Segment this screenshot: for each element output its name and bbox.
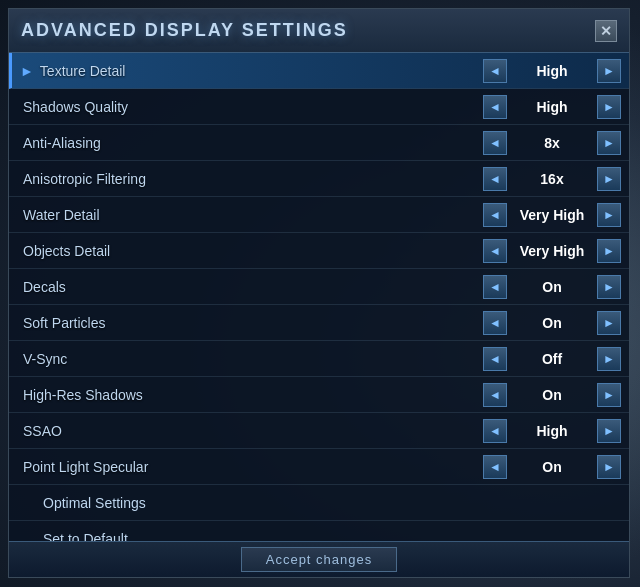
- accept-button[interactable]: Accept changes: [241, 547, 398, 572]
- setting-row[interactable]: V-Sync◄Off►: [9, 341, 629, 377]
- nav-right-button[interactable]: ►: [597, 167, 621, 191]
- title-bar: ADVANCED DISPLAY SETTINGS ✕: [9, 9, 629, 53]
- nav-left-button[interactable]: ◄: [483, 167, 507, 191]
- nav-right-button[interactable]: ►: [597, 455, 621, 479]
- setting-name: Point Light Specular: [23, 459, 483, 475]
- nav-left-button[interactable]: ◄: [483, 347, 507, 371]
- nav-right-button[interactable]: ►: [597, 59, 621, 83]
- nav-right-button[interactable]: ►: [597, 239, 621, 263]
- setting-name: Anti-Aliasing: [23, 135, 483, 151]
- setting-value: Very High: [507, 243, 597, 259]
- settings-panel: ADVANCED DISPLAY SETTINGS ✕ ►Texture Det…: [8, 8, 630, 578]
- setting-value: Off: [507, 351, 597, 367]
- setting-row[interactable]: Anisotropic Filtering◄16x►: [9, 161, 629, 197]
- setting-name: Objects Detail: [23, 243, 483, 259]
- close-button[interactable]: ✕: [595, 20, 617, 42]
- setting-value: On: [507, 315, 597, 331]
- setting-row[interactable]: Soft Particles◄On►: [9, 305, 629, 341]
- simple-option-name: Optimal Settings: [43, 495, 146, 511]
- setting-value: 16x: [507, 171, 597, 187]
- setting-value: On: [507, 387, 597, 403]
- nav-right-button[interactable]: ►: [597, 383, 621, 407]
- setting-value: High: [507, 63, 597, 79]
- nav-left-button[interactable]: ◄: [483, 383, 507, 407]
- setting-name: Water Detail: [23, 207, 483, 223]
- nav-left-button[interactable]: ◄: [483, 455, 507, 479]
- setting-value: High: [507, 99, 597, 115]
- setting-name: Texture Detail: [40, 63, 483, 79]
- nav-left-button[interactable]: ◄: [483, 311, 507, 335]
- bottom-bar: Accept changes: [9, 541, 629, 577]
- active-arrow-icon: ►: [20, 63, 34, 79]
- nav-right-button[interactable]: ►: [597, 347, 621, 371]
- setting-row[interactable]: Shadows Quality◄High►: [9, 89, 629, 125]
- settings-list: ►Texture Detail◄High►Shadows Quality◄Hig…: [9, 53, 629, 557]
- setting-value: Very High: [507, 207, 597, 223]
- nav-left-button[interactable]: ◄: [483, 59, 507, 83]
- setting-value: 8x: [507, 135, 597, 151]
- nav-left-button[interactable]: ◄: [483, 275, 507, 299]
- setting-name: Anisotropic Filtering: [23, 171, 483, 187]
- setting-value: On: [507, 459, 597, 475]
- setting-row[interactable]: ►Texture Detail◄High►: [9, 53, 629, 89]
- nav-left-button[interactable]: ◄: [483, 239, 507, 263]
- setting-name: SSAO: [23, 423, 483, 439]
- nav-right-button[interactable]: ►: [597, 131, 621, 155]
- nav-right-button[interactable]: ►: [597, 203, 621, 227]
- setting-row[interactable]: SSAO◄High►: [9, 413, 629, 449]
- nav-left-button[interactable]: ◄: [483, 419, 507, 443]
- nav-left-button[interactable]: ◄: [483, 95, 507, 119]
- setting-row[interactable]: Water Detail◄Very High►: [9, 197, 629, 233]
- setting-row[interactable]: High-Res Shadows◄On►: [9, 377, 629, 413]
- nav-right-button[interactable]: ►: [597, 419, 621, 443]
- setting-name: High-Res Shadows: [23, 387, 483, 403]
- nav-right-button[interactable]: ►: [597, 311, 621, 335]
- setting-name: Shadows Quality: [23, 99, 483, 115]
- setting-name: V-Sync: [23, 351, 483, 367]
- setting-row[interactable]: Decals◄On►: [9, 269, 629, 305]
- setting-name: Decals: [23, 279, 483, 295]
- setting-row[interactable]: Point Light Specular◄On►: [9, 449, 629, 485]
- nav-left-button[interactable]: ◄: [483, 131, 507, 155]
- nav-right-button[interactable]: ►: [597, 275, 621, 299]
- nav-left-button[interactable]: ◄: [483, 203, 507, 227]
- nav-right-button[interactable]: ►: [597, 95, 621, 119]
- setting-value: On: [507, 279, 597, 295]
- panel-title: ADVANCED DISPLAY SETTINGS: [21, 20, 348, 41]
- setting-value: High: [507, 423, 597, 439]
- setting-name: Soft Particles: [23, 315, 483, 331]
- setting-row[interactable]: Anti-Aliasing◄8x►: [9, 125, 629, 161]
- setting-row[interactable]: Objects Detail◄Very High►: [9, 233, 629, 269]
- simple-option-row[interactable]: Optimal Settings: [9, 485, 629, 521]
